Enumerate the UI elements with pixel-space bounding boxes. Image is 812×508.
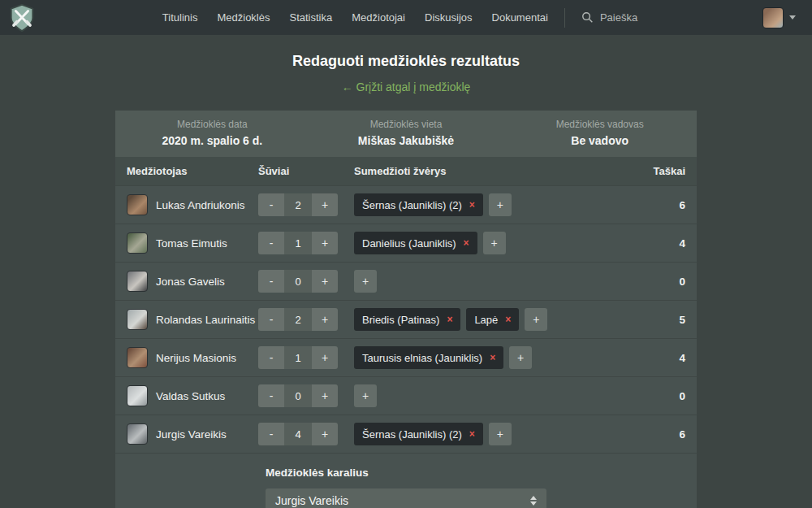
shots-stepper: - 4 + xyxy=(258,423,338,445)
hunt-location-value: Miškas Jakubiškė xyxy=(309,134,503,147)
animal-tag-label: Danielius (Jauniklis) xyxy=(362,237,456,250)
hunter-avatar xyxy=(127,271,148,292)
remove-animal-icon[interactable]: × xyxy=(447,314,452,325)
animal-tag: Danielius (Jauniklis) × xyxy=(354,232,477,254)
hunt-king-label: Medžioklės karalius xyxy=(266,467,697,479)
top-bar: Titulinis Medžioklės Statistika Medžioto… xyxy=(0,0,812,35)
remove-animal-icon[interactable]: × xyxy=(490,352,495,363)
column-header-shots: Šūviai xyxy=(258,165,354,177)
increment-shots-button[interactable]: + xyxy=(312,232,338,254)
increment-shots-button[interactable]: + xyxy=(312,423,338,445)
table-row: Nerijus Masionis - 1 + Taurusis elnias (… xyxy=(115,338,697,376)
shots-stepper: - 1 + xyxy=(258,346,338,369)
hunter-avatar xyxy=(127,423,148,445)
hunt-results-card: Medžioklės data 2020 m. spalio 6 d. Medž… xyxy=(115,111,697,508)
add-animal-button[interactable]: + xyxy=(483,232,506,254)
hunter-name: Jurgis Vareikis xyxy=(156,428,227,441)
add-animal-button[interactable]: + xyxy=(354,384,377,407)
points-value: 6 xyxy=(640,199,685,211)
decrement-shots-button[interactable]: - xyxy=(258,346,284,369)
shots-value: 0 xyxy=(284,270,312,293)
nav-item-titulinis[interactable]: Titulinis xyxy=(162,11,198,24)
column-header-points: Taškai xyxy=(640,165,685,177)
hunter-avatar xyxy=(127,232,148,254)
animal-tag-label: Briedis (Patinas) xyxy=(362,314,439,326)
increment-shots-button[interactable]: + xyxy=(312,384,338,407)
hunter-name: Rolandas Laurinaitis xyxy=(156,314,255,326)
points-value: 0 xyxy=(640,276,685,288)
remove-animal-icon[interactable]: × xyxy=(505,314,511,325)
nav-item-diskusijos[interactable]: Diskusijos xyxy=(425,11,473,24)
points-value: 4 xyxy=(640,352,685,364)
shots-stepper: - 1 + xyxy=(258,232,338,254)
decrement-shots-button[interactable]: - xyxy=(258,423,284,445)
add-animal-button[interactable]: + xyxy=(489,193,512,216)
hunt-location-label: Medžioklės vieta xyxy=(309,119,503,130)
table-row: Valdas Sutkus - 0 + + 0 xyxy=(115,376,697,415)
remove-animal-icon[interactable]: × xyxy=(469,199,475,211)
decrement-shots-button[interactable]: - xyxy=(258,270,284,293)
increment-shots-button[interactable]: + xyxy=(312,346,338,369)
shots-stepper: - 0 + xyxy=(258,384,338,407)
hunt-location-field: Medžioklės vieta Miškas Jakubiškė xyxy=(309,119,503,147)
hunter-name: Tomas Eimutis xyxy=(156,237,227,250)
decrement-shots-button[interactable]: - xyxy=(258,232,284,254)
hunt-king-section: Medžioklės karalius Jurgis Vareikis xyxy=(115,453,697,508)
add-animal-button[interactable]: + xyxy=(509,346,532,369)
animal-tag: Šernas (Jauniklis) (2) × xyxy=(354,423,483,445)
hunt-king-select[interactable]: Jurgis Vareikis xyxy=(266,488,546,508)
shots-value: 2 xyxy=(284,308,312,331)
points-value: 6 xyxy=(640,428,685,441)
topbar-divider xyxy=(564,8,565,28)
animal-tag-label: Lapė xyxy=(474,314,498,326)
increment-shots-button[interactable]: + xyxy=(312,193,338,216)
add-animal-button[interactable]: + xyxy=(489,423,512,445)
shots-value: 2 xyxy=(284,193,312,216)
nav-item-dokumentai[interactable]: Dokumentai xyxy=(492,11,548,24)
animal-tag-label: Taurusis elnias (Jauniklis) xyxy=(362,352,482,364)
back-to-hunt-link[interactable]: ← Grįžti atgal į medžioklę xyxy=(342,80,471,93)
points-value: 4 xyxy=(640,237,685,250)
table-row: Rolandas Laurinaitis - 2 + Briedis (Pati… xyxy=(115,300,697,338)
shots-stepper: - 2 + xyxy=(258,308,338,331)
nav-item-medziokles[interactable]: Medžioklės xyxy=(217,11,270,24)
table-row: Jurgis Vareikis - 4 + Šernas (Jauniklis)… xyxy=(115,415,697,453)
column-header-animals: Sumedžioti žvėrys xyxy=(354,165,640,177)
shots-value: 1 xyxy=(284,232,312,254)
remove-animal-icon[interactable]: × xyxy=(469,428,475,440)
shots-value: 4 xyxy=(284,423,312,445)
decrement-shots-button[interactable]: - xyxy=(258,384,284,407)
hunter-name: Lukas Andriukonis xyxy=(156,199,245,211)
animal-tag: Briedis (Patinas) × xyxy=(354,308,460,331)
user-avatar[interactable] xyxy=(762,7,784,28)
nav-item-medziotojai[interactable]: Medžiotojai xyxy=(352,11,405,24)
animal-tag-label: Šernas (Jauniklis) (2) xyxy=(362,199,462,211)
search-input[interactable]: Paieška xyxy=(581,11,637,24)
hunt-leader-field: Medžioklės vadovas Be vadovo xyxy=(503,119,697,147)
hunt-info-header: Medžioklės data 2020 m. spalio 6 d. Medž… xyxy=(115,111,697,157)
increment-shots-button[interactable]: + xyxy=(312,308,338,331)
page-head: Redaguoti medžioklės rezultatus ← Grįžti… xyxy=(0,53,812,94)
remove-animal-icon[interactable]: × xyxy=(464,237,469,249)
decrement-shots-button[interactable]: - xyxy=(258,308,284,331)
add-animal-button[interactable]: + xyxy=(354,270,377,293)
add-animal-button[interactable]: + xyxy=(525,308,547,331)
page-title: Redaguoti medžioklės rezultatus xyxy=(0,53,812,70)
shots-value: 0 xyxy=(284,384,312,407)
points-value: 5 xyxy=(640,314,685,326)
chevron-down-icon xyxy=(789,15,796,20)
increment-shots-button[interactable]: + xyxy=(312,270,338,293)
animal-tag-label: Šernas (Jauniklis) (2) xyxy=(362,428,462,441)
account-menu[interactable] xyxy=(762,7,796,28)
decrement-shots-button[interactable]: - xyxy=(258,193,284,216)
main-nav: Titulinis Medžioklės Statistika Medžioto… xyxy=(162,11,548,24)
hunter-avatar xyxy=(127,385,148,406)
shots-value: 1 xyxy=(284,346,312,369)
shots-stepper: - 2 + xyxy=(258,193,338,216)
animal-tag: Šernas (Jauniklis) (2) × xyxy=(354,193,483,216)
search-placeholder: Paieška xyxy=(600,11,637,24)
table-row: Lukas Andriukonis - 2 + Šernas (Jaunikli… xyxy=(115,185,697,224)
nav-item-statistika[interactable]: Statistika xyxy=(289,11,332,24)
hunter-avatar xyxy=(127,347,148,368)
app-logo-shield-swords-icon[interactable] xyxy=(6,2,37,33)
